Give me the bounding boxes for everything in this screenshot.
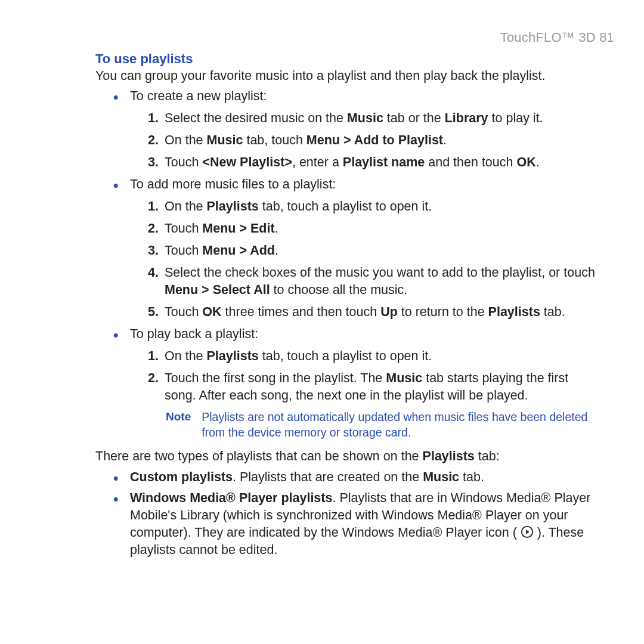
text-run: to play it. [488, 111, 543, 125]
text-run: On the [165, 133, 207, 147]
step-item: On the Playlists tab, touch a playlist t… [148, 198, 602, 215]
numbered-steps: On the Playlists tab, touch a playlist t… [130, 348, 602, 404]
text-run: tab, touch a playlist to open it. [259, 349, 432, 363]
list-item: To play back a playlist:On the Playlists… [113, 326, 602, 441]
group-lead: To play back a playlist: [130, 326, 602, 343]
text-run: Touch [165, 221, 202, 236]
text-run: to return to the [398, 305, 488, 319]
text-run: tab: [475, 449, 500, 463]
page-content: To use playlists You can group your favo… [30, 51, 614, 559]
bold-text: Music [386, 371, 422, 385]
text-run: and then touch [425, 155, 516, 169]
text-run: Touch [165, 305, 202, 319]
step-item: Touch Menu > Edit. [148, 220, 602, 237]
bold-text: Playlist name [343, 155, 425, 169]
numbered-steps: On the Playlists tab, touch a playlist t… [130, 198, 602, 321]
step-item: On the Music tab, touch Menu > Add to Pl… [148, 132, 602, 149]
text-run: tab, touch [243, 133, 306, 147]
step-item: On the Playlists tab, touch a playlist t… [148, 348, 602, 365]
bold-text: Playlists [207, 199, 259, 213]
bold-text: Music [207, 133, 243, 147]
bold-text: Custom playlists [130, 470, 233, 484]
group-lead: To add more music files to a playlist: [130, 176, 602, 193]
bold-text: Library [445, 111, 488, 125]
text-run: tab. [540, 305, 565, 319]
wmp-play-icon [521, 525, 534, 538]
topic-groups: To create a new playlist:Select the desi… [95, 88, 602, 441]
text-run: . [275, 243, 278, 258]
list-item: To create a new playlist:Select the desi… [113, 88, 602, 171]
text-run: Touch the first song in the playlist. Th… [165, 371, 386, 385]
note-text: Playlists are not automatically updated … [202, 409, 602, 441]
playlist-types-intro: There are two types of playlists that ca… [95, 448, 602, 465]
text-run: On the [165, 199, 207, 213]
svg-marker-1 [526, 530, 530, 534]
bold-text: <New Playlist> [202, 155, 292, 169]
bold-text: Music [423, 470, 459, 484]
document-page: TouchFLO™ 3D 81 To use playlists You can… [0, 0, 644, 644]
bold-text: Menu > Edit [202, 221, 274, 236]
step-item: Select the desired music on the Music ta… [148, 110, 602, 127]
text-run: Select the desired music on the [165, 111, 347, 125]
list-item: To add more music files to a playlist:On… [113, 176, 602, 321]
section-intro: You can group your favorite music into a… [95, 68, 602, 84]
text-run: Touch [165, 243, 202, 258]
bold-text: Playlists [207, 349, 259, 363]
text-run: Touch [165, 155, 202, 169]
group-lead: To create a new playlist: [130, 88, 602, 105]
step-item: Touch OK three times and then touch Up t… [148, 304, 602, 321]
step-item: Select the check boxes of the music you … [148, 264, 602, 299]
section-title: To use playlists [95, 51, 602, 67]
text-run: . Playlists that are created on the [233, 470, 423, 484]
numbered-steps: Select the desired music on the Music ta… [130, 110, 602, 171]
text-run: tab or the [383, 111, 445, 125]
text-run: . [275, 221, 278, 236]
text-run: On the [165, 349, 207, 363]
text-run: . [443, 133, 447, 147]
text-run: Select the check boxes of the music you … [165, 265, 595, 280]
bold-text: Menu > Add to Playlist [306, 133, 443, 147]
step-item: Touch Menu > Add. [148, 242, 602, 259]
bold-text: Windows Media® Player playlists [130, 491, 332, 505]
list-item: Windows Media® Player playlists. Playlis… [113, 490, 602, 559]
text-run: There are two types of playlists that ca… [95, 449, 423, 463]
text-run: , enter a [292, 155, 343, 169]
text-run: three times and then touch [222, 305, 381, 319]
text-run: to choose all the music. [270, 283, 408, 297]
note-block: NotePlaylists are not automatically upda… [148, 409, 602, 441]
step-item: Touch <New Playlist>, enter a Playlist n… [148, 154, 602, 171]
bold-text: Playlists [488, 305, 540, 319]
list-item: Custom playlists. Playlists that are cre… [113, 469, 602, 486]
text-run: . [536, 155, 540, 169]
step-item: Touch the first song in the playlist. Th… [148, 370, 602, 404]
bold-text: Music [347, 111, 383, 125]
bold-text: Menu > Add [202, 243, 275, 258]
bold-text: Menu > Select All [165, 283, 270, 297]
bold-text: Up [380, 305, 398, 319]
bold-text: OK [516, 155, 535, 169]
text-run: tab. [459, 470, 484, 484]
playlist-types-list: Custom playlists. Playlists that are cre… [95, 469, 602, 559]
note-label: Note [166, 409, 191, 441]
page-header: TouchFLO™ 3D 81 [30, 30, 614, 45]
bold-text: OK [202, 305, 221, 319]
bold-text: Playlists [423, 449, 475, 463]
text-run: tab, touch a playlist to open it. [259, 199, 432, 213]
